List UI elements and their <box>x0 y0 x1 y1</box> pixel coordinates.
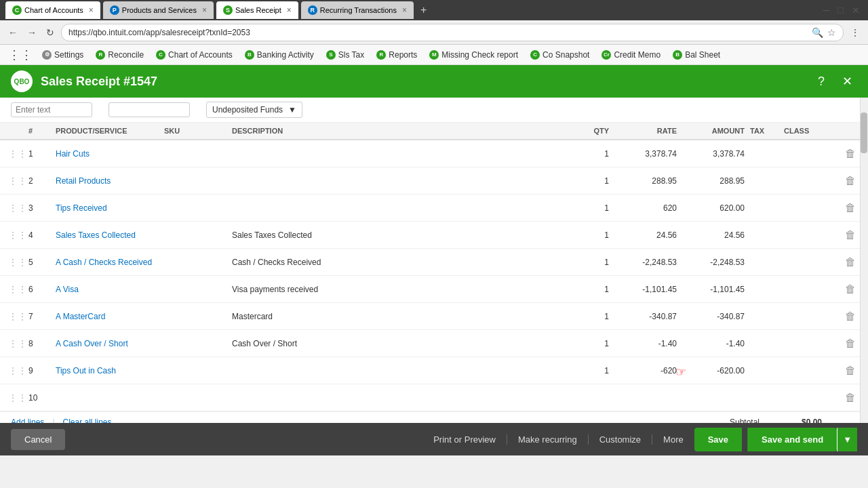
drag-handle-10[interactable]: ⋮⋮ <box>5 390 26 406</box>
class-1[interactable] <box>781 151 842 157</box>
tab-close-recurring[interactable]: × <box>402 6 407 14</box>
drag-handle-5[interactable]: ⋮⋮ <box>5 254 26 270</box>
amount-3[interactable]: 620.00 <box>679 201 747 216</box>
customize-button[interactable]: Customize <box>589 434 652 445</box>
sku-2[interactable] <box>161 178 229 184</box>
class-4[interactable] <box>781 232 842 238</box>
product-1[interactable]: Hair Cuts <box>53 146 161 161</box>
tax-7[interactable] <box>747 314 781 319</box>
bm-reconcile[interactable]: R Reconcile <box>90 49 149 61</box>
amount-8[interactable]: -1.40 <box>679 336 747 351</box>
sku-4[interactable] <box>161 232 229 238</box>
qty-9[interactable]: 1 <box>557 363 612 378</box>
rate-6[interactable]: -1,101.45 <box>612 282 679 297</box>
class-2[interactable] <box>781 178 842 184</box>
product-10[interactable] <box>53 395 161 401</box>
class-5[interactable] <box>781 260 842 265</box>
help-button[interactable]: ? <box>811 71 831 92</box>
bm-reports[interactable]: R Reports <box>371 49 422 61</box>
product-6[interactable]: A Visa <box>53 282 161 297</box>
drag-handle-6[interactable]: ⋮⋮ <box>5 281 26 298</box>
sku-10[interactable] <box>161 395 229 401</box>
new-tab-button[interactable]: + <box>416 3 431 18</box>
product-4[interactable]: Sales Taxes Collected <box>53 228 161 243</box>
rate-9[interactable]: -620 ☞ <box>612 363 679 378</box>
rate-4[interactable]: 24.56 <box>612 228 679 243</box>
rate-7[interactable]: -340.87 <box>612 309 679 324</box>
settings-dots-icon[interactable]: ⋮ <box>848 26 863 39</box>
qty-5[interactable]: 1 <box>557 255 612 270</box>
drag-handle-8[interactable]: ⋮⋮ <box>5 336 26 352</box>
tax-4[interactable] <box>747 232 781 238</box>
bm-banking-activity[interactable]: B Banking Activity <box>239 49 319 61</box>
bm-chart-of-accounts[interactable]: C Chart of Accounts <box>151 49 238 61</box>
qty-8[interactable]: 1 <box>557 336 612 351</box>
tab-sales-receipt[interactable]: S Sales Receipt × <box>216 1 298 19</box>
delete-icon-3[interactable]: 🗑 <box>845 202 856 214</box>
class-10[interactable] <box>781 395 842 401</box>
maximize-button[interactable]: □ <box>835 3 846 17</box>
amount-4[interactable]: 24.56 <box>679 228 747 243</box>
bm-credit-memo[interactable]: Cr Credit Memo <box>596 49 666 61</box>
qty-2[interactable]: 1 <box>557 174 612 188</box>
delete-icon-4[interactable]: 🗑 <box>845 229 856 241</box>
rate-5[interactable]: -2,248.53 <box>612 255 679 270</box>
sku-6[interactable] <box>161 287 229 292</box>
drag-handle-7[interactable]: ⋮⋮ <box>5 308 26 325</box>
delete-icon-2[interactable]: 🗑 <box>845 175 856 186</box>
sku-8[interactable] <box>161 341 229 346</box>
rate-8[interactable]: -1.40 <box>612 336 679 351</box>
product-8[interactable]: A Cash Over / Short <box>53 336 161 351</box>
delete-icon-10[interactable]: 🗑 <box>845 392 856 403</box>
amount-6[interactable]: -1,101.45 <box>679 282 747 297</box>
product-5[interactable]: A Cash / Checks Received <box>53 255 161 270</box>
tab-recurring[interactable]: R Recurring Transactions × <box>301 1 414 19</box>
bm-co-snapshot[interactable]: C Co Snapshot <box>525 49 595 61</box>
qty-10[interactable] <box>557 395 612 401</box>
amount-7[interactable]: -340.87 <box>679 309 747 324</box>
description-8[interactable]: Cash Over / Short <box>229 336 557 351</box>
tab-chart-of-accounts[interactable]: C Chart of Accounts × <box>5 1 100 19</box>
qty-3[interactable]: 1 <box>557 201 612 216</box>
tab-products-services[interactable]: P Products and Services × <box>103 1 214 19</box>
description-3[interactable] <box>229 205 557 211</box>
rate-2[interactable]: 288.95 <box>612 174 679 188</box>
sku-9[interactable] <box>161 368 229 373</box>
amount-2[interactable]: 288.95 <box>679 174 747 188</box>
qty-7[interactable]: 1 <box>557 309 612 324</box>
save-button[interactable]: Save <box>694 428 742 451</box>
description-2[interactable] <box>229 178 557 184</box>
class-6[interactable] <box>781 287 842 292</box>
description-7[interactable]: Mastercard <box>229 309 557 324</box>
class-8[interactable] <box>781 341 842 346</box>
tax-1[interactable] <box>747 151 781 157</box>
cancel-button[interactable]: Cancel <box>11 429 65 450</box>
tax-9[interactable] <box>747 368 781 373</box>
sku-3[interactable] <box>161 205 229 211</box>
scrollbar[interactable] <box>860 98 868 455</box>
drag-handle-9[interactable]: ⋮⋮ <box>5 363 26 379</box>
save-and-send-button[interactable]: Save and send <box>747 428 837 451</box>
apps-grid-icon[interactable]: ⋮⋮ <box>5 47 35 62</box>
sku-5[interactable] <box>161 260 229 265</box>
delete-icon-8[interactable]: 🗑 <box>845 338 856 349</box>
class-7[interactable] <box>781 314 842 319</box>
qty-1[interactable]: 1 <box>557 146 612 161</box>
deposit-to-select[interactable]: Undeposited Funds ▼ <box>206 102 302 118</box>
description-4[interactable]: Sales Taxes Collected <box>229 228 557 243</box>
save-send-dropdown-button[interactable]: ▼ <box>837 428 857 451</box>
description-5[interactable]: Cash / Checks Received <box>229 255 557 270</box>
make-recurring-button[interactable]: Make recurring <box>507 434 589 445</box>
tax-10[interactable] <box>747 395 781 401</box>
delete-icon-6[interactable]: 🗑 <box>845 283 856 295</box>
amount-9[interactable]: -620.00 <box>679 363 747 378</box>
description-6[interactable]: Visa payments received <box>229 282 557 297</box>
amount-5[interactable]: -2,248.53 <box>679 255 747 270</box>
sku-1[interactable] <box>161 151 229 157</box>
tax-6[interactable] <box>747 287 781 292</box>
rate-10[interactable] <box>612 395 679 401</box>
qty-4[interactable]: 1 <box>557 228 612 243</box>
product-9[interactable]: Tips Out in Cash <box>53 363 161 378</box>
delete-icon-1[interactable]: 🗑 <box>845 148 856 159</box>
drag-handle-1[interactable]: ⋮⋮ <box>5 146 26 162</box>
